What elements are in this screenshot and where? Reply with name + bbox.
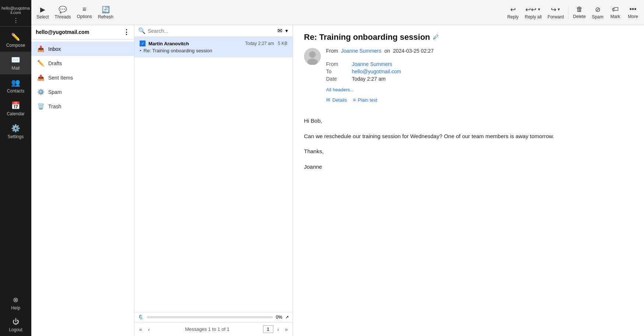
logout-label: Logout [9, 327, 22, 332]
compose-label: Compose [6, 43, 25, 48]
select-button[interactable]: ▶ Select [34, 4, 52, 21]
nav-help[interactable]: ⊗ Help [0, 292, 31, 314]
search-input[interactable] [148, 28, 275, 34]
contacts-icon: 👥 [11, 78, 20, 87]
email-subject-line: Re: Training onboarding session 🖊 [304, 32, 633, 42]
account-menu-icon[interactable]: ⋮ [13, 17, 19, 24]
contacts-label: Contacts [7, 88, 24, 94]
from-value-link[interactable]: Joanne Summers [352, 61, 392, 67]
body-line1: Can we reschedule our training session f… [304, 132, 633, 141]
more-icon: ••• [630, 6, 637, 13]
folder-drafts[interactable]: ✏️ Drafts [31, 56, 134, 70]
details-button[interactable]: ✉ Details [326, 97, 347, 103]
folder-spam[interactable]: ⚙️ Spam [31, 85, 134, 99]
calendar-label: Calendar [7, 111, 25, 116]
date-received: 2024-03-25 02:27 [393, 48, 434, 54]
edit-email-icon[interactable]: 🖊 [433, 34, 439, 41]
nav-contacts[interactable]: 👥 Contacts [0, 74, 31, 97]
spam-icon: ⊘ [595, 6, 601, 14]
message-item[interactable]: ✓ Martin Aranovitch Today 2:27 am 5 KB •… [134, 37, 293, 57]
forward-button[interactable]: ↪ ▼ Forward [545, 4, 567, 21]
inbox-icon: 📥 [37, 45, 45, 52]
spam-label: Spam [48, 89, 62, 95]
drafts-icon: ✏️ [37, 60, 45, 67]
search-bar: 🔍 ✉ ▼ [134, 25, 293, 37]
toolbar-right: ↩ Reply ↩↩ ▼ Reply all ↪ ▼ Forward 🗑 [504, 4, 642, 21]
search-dropdown-icon[interactable]: ▼ [284, 28, 289, 34]
mail-filter-icon[interactable]: ✉ [277, 27, 282, 34]
folder-inbox[interactable]: 📥 Inbox [31, 42, 134, 56]
search-icon: 🔍 [138, 27, 146, 34]
last-page-button[interactable]: » [283, 326, 290, 333]
next-page-button[interactable]: › [276, 326, 281, 333]
body-thanks: Thanks, [304, 147, 633, 156]
email-header-info: From Joanne Summers on 2024-03-25 02:27 … [326, 48, 434, 110]
first-page-button[interactable]: « [137, 326, 144, 333]
sent-label: Sent Items [48, 75, 73, 81]
message-date: Today 2:27 am [245, 41, 274, 46]
toolbar-left: ▶ Select 💬 Threads ≡ Options 🔄 Refresh [34, 4, 504, 21]
nav-mail[interactable]: ✉️ Mail [0, 52, 31, 74]
settings-icon: ⚙️ [11, 124, 20, 133]
progress-bar [147, 316, 273, 318]
delete-button[interactable]: 🗑 Delete [570, 4, 589, 21]
global-toolbar: ▶ Select 💬 Threads ≡ Options 🔄 Refresh ↩… [31, 0, 644, 25]
options-icon: ≡ [83, 6, 87, 13]
reply-icon: ↩ [510, 6, 516, 14]
spam-button[interactable]: ⊘ Spam [589, 4, 606, 21]
forward-dropdown-icon[interactable]: ▼ [557, 7, 561, 11]
nav-logout[interactable]: ⏻ Logout [0, 314, 31, 336]
body-signature: Joanne [304, 162, 633, 172]
nav-settings[interactable]: ⚙️ Settings [0, 120, 31, 143]
user-email: hello@yugotmail.com [0, 4, 31, 17]
progress-percent: 0% [276, 315, 282, 320]
to-value-link[interactable]: hello@yugotmail.com [352, 69, 401, 74]
sender-avatar [304, 48, 321, 65]
trash-icon: 🗑️ [37, 103, 45, 110]
settings-label: Settings [8, 134, 24, 139]
options-button[interactable]: ≡ Options [74, 4, 95, 21]
sidebar: hello@yugotmail.com ⋮ ✏️ Compose ✉️ Mail… [0, 0, 31, 336]
threads-button[interactable]: 💬 Threads [52, 4, 74, 21]
more-button[interactable]: ••• More [624, 4, 642, 21]
body-greeting: Hi Bob, [304, 116, 633, 126]
storage-icon: 🗜️ [138, 315, 144, 320]
reply-button[interactable]: ↩ Reply [504, 4, 522, 21]
delete-icon: 🗑 [576, 6, 583, 13]
threads-icon: 💬 [59, 6, 67, 14]
reply-all-icon: ↩↩ [525, 6, 536, 14]
message-checkbox[interactable]: ✓ [140, 41, 146, 46]
prev-page-button[interactable]: ‹ [146, 326, 152, 333]
folder-list: 📥 Inbox ✏️ Drafts 📤 Sent Items ⚙️ Spam 🗑… [31, 39, 134, 116]
main-area: ▶ Select 💬 Threads ≡ Options 🔄 Refresh ↩… [31, 0, 644, 336]
content-wrapper: hello@yugotmail.com ⋮ 📥 Inbox ✏️ Drafts … [31, 25, 644, 336]
folder-sent[interactable]: 📤 Sent Items [31, 70, 134, 85]
calendar-icon: 📅 [11, 101, 20, 110]
mark-button[interactable]: 🏷 Mark [606, 4, 624, 21]
folder-trash[interactable]: 🗑️ Trash [31, 99, 134, 113]
bottom-area: 🗜️ 0% ↗ « ‹ Messages 1 to 1 of 1 1 › » [134, 312, 293, 336]
reply-all-dropdown-icon[interactable]: ▼ [537, 7, 541, 11]
meta-from-row: From Joanne Summers [326, 60, 434, 68]
reply-all-button[interactable]: ↩↩ ▼ Reply all [522, 4, 545, 21]
help-label: Help [11, 305, 20, 311]
meta-to-row: To hello@yugotmail.com [326, 68, 434, 75]
resize-handle[interactable]: ↗ [285, 315, 289, 320]
all-headers-link[interactable]: All headers... [326, 87, 434, 92]
email-header-block: From Joanne Summers on 2024-03-25 02:27 … [304, 48, 633, 110]
refresh-button[interactable]: 🔄 Refresh [95, 4, 116, 21]
nav-calendar[interactable]: 📅 Calendar [0, 97, 31, 120]
compose-icon: ✏️ [11, 32, 20, 41]
from-name-link[interactable]: Joanne Summers [341, 48, 382, 54]
nav-compose[interactable]: ✏️ Compose [0, 29, 31, 52]
from-text: From [326, 48, 338, 54]
details-label: Details [332, 97, 347, 103]
plain-text-button[interactable]: ≡ Plain text [353, 97, 378, 103]
spam-folder-icon: ⚙️ [37, 88, 45, 95]
drafts-label: Drafts [48, 60, 62, 66]
folder-menu-icon[interactable]: ⋮ [123, 28, 130, 36]
svg-point-0 [309, 51, 316, 58]
current-page: 1 [263, 325, 273, 333]
message-meta: Today 2:27 am 5 KB [245, 41, 287, 46]
email-subject: Re: Training onboarding session [304, 32, 430, 42]
